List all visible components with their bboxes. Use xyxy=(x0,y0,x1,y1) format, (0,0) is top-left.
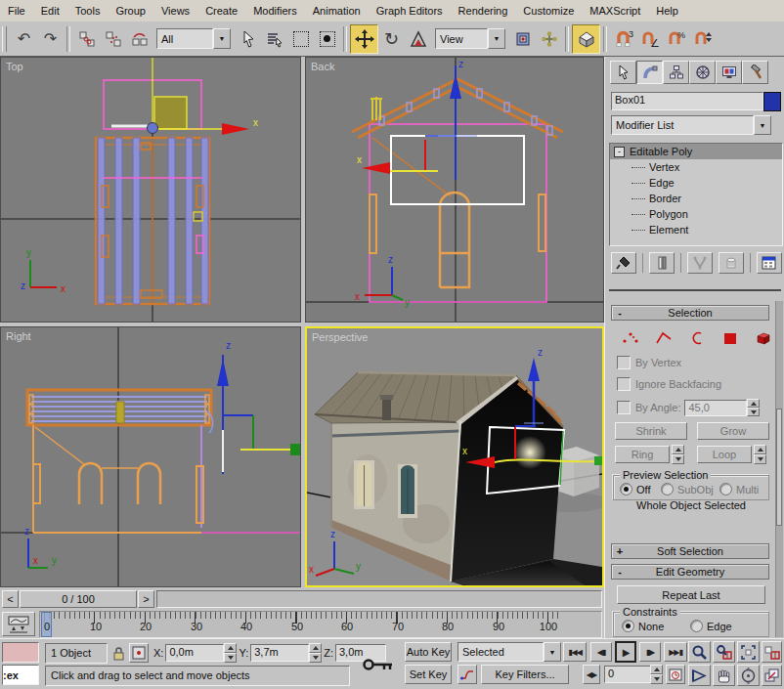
scrollbar-thumb[interactable] xyxy=(776,409,782,526)
stack-item-polygon[interactable]: Polygon xyxy=(610,206,782,222)
percent-snap-toggle[interactable]: % xyxy=(663,25,689,53)
menu-graph-editors[interactable]: Graph Editors xyxy=(369,1,451,22)
viewport-back[interactable]: Back xyxy=(305,57,604,323)
toolbar-grip[interactable] xyxy=(2,26,7,52)
zoom-extents-button[interactable] xyxy=(737,641,760,663)
menu-file[interactable]: File xyxy=(0,1,33,22)
zoom-button[interactable] xyxy=(688,641,711,663)
preview-multi-radio-row[interactable]: Multi xyxy=(719,483,759,495)
go-to-start-button[interactable]: ▮◀◀ xyxy=(563,642,587,662)
select-and-rotate-button[interactable]: ↻ xyxy=(378,25,405,53)
bind-to-space-warp-button[interactable] xyxy=(126,25,152,53)
constraint-none-radio-row[interactable]: None xyxy=(622,620,664,632)
house-side-wireframe[interactable] xyxy=(27,390,300,533)
key-filters-button[interactable]: Key Filters... xyxy=(481,665,569,684)
ignore-backfacing-checkbox[interactable] xyxy=(617,377,631,391)
timeline-ruler[interactable]: 0 10 20 30 40 50 60 70 80 90 100 xyxy=(39,611,602,638)
chevron-down-icon[interactable]: ▼ xyxy=(544,642,561,662)
pin-stack-button[interactable] xyxy=(611,252,636,274)
viewport-perspective-label[interactable]: Perspective xyxy=(312,331,368,343)
mini-curve-editor-button[interactable] xyxy=(2,612,35,636)
transform-gizmo[interactable]: z xyxy=(208,340,300,474)
object-color-swatch[interactable] xyxy=(763,92,781,111)
next-frame-button[interactable]: ▮▶ xyxy=(639,642,661,662)
preview-subobj-radio-row[interactable]: SubObj xyxy=(661,483,714,495)
maxscript-listener-macro-line[interactable] xyxy=(2,642,39,663)
chevron-down-icon[interactable]: ▼ xyxy=(754,115,771,135)
polygon-mode-button[interactable] xyxy=(719,328,742,348)
preview-off-radio-row[interactable]: Off xyxy=(620,483,650,495)
menu-edit[interactable]: Edit xyxy=(33,1,67,22)
tab-motion[interactable] xyxy=(689,61,716,84)
set-keys-button[interactable] xyxy=(356,644,401,685)
modifier-list-dropdown[interactable]: Modifier List ▼ xyxy=(611,115,771,135)
menu-modifiers[interactable]: Modifiers xyxy=(245,1,305,22)
current-frame-field[interactable]: 0 xyxy=(604,666,653,683)
menu-rendering[interactable]: Rendering xyxy=(451,1,516,22)
zoom-all-button[interactable] xyxy=(713,641,735,663)
pan-button[interactable] xyxy=(713,665,735,686)
preview-subobj-radio[interactable] xyxy=(661,483,674,495)
show-end-result-button[interactable] xyxy=(649,252,675,274)
time-slider-track[interactable] xyxy=(156,590,602,608)
tab-hierarchy[interactable] xyxy=(663,61,689,84)
y-coord-field[interactable]: 3,7m xyxy=(250,644,309,662)
maxscript-listener-input[interactable]: :ex xyxy=(2,665,39,685)
field-of-view-button[interactable] xyxy=(688,665,711,686)
chevron-down-icon[interactable]: ▼ xyxy=(488,28,505,49)
edge-mode-button[interactable] xyxy=(652,328,675,348)
previous-frame-button[interactable]: ◀▮ xyxy=(590,642,612,662)
select-and-move-button[interactable] xyxy=(350,24,378,54)
loop-spinner[interactable] xyxy=(754,445,766,464)
absolute-offset-toggle[interactable] xyxy=(129,643,149,663)
object-name-field[interactable]: Box01 xyxy=(611,92,763,110)
gizmo-center[interactable] xyxy=(148,123,158,134)
menu-customize[interactable]: Customize xyxy=(515,1,582,22)
y-coord-spinner[interactable] xyxy=(309,643,322,663)
stack-item-element[interactable]: Element xyxy=(610,222,782,237)
viewport-right-label[interactable]: Right xyxy=(6,330,31,342)
stack-item-edge[interactable]: Edge xyxy=(610,175,782,191)
default-in-out-tangents-button[interactable] xyxy=(457,665,477,684)
viewport-splitter-horizontal[interactable] xyxy=(0,323,604,326)
element-mode-button[interactable] xyxy=(752,328,775,348)
ring-spinner[interactable] xyxy=(672,445,684,464)
snaps-toggle-button[interactable]: 3 xyxy=(610,25,636,53)
time-slider-right-button[interactable]: > xyxy=(138,590,154,608)
stack-item-editable-poly[interactable]: - Editable Poly xyxy=(610,144,782,159)
ignore-backfacing-checkbox-row[interactable]: Ignore Backfacing xyxy=(617,377,721,391)
gizmo-x-arrow[interactable] xyxy=(222,123,249,135)
menu-group[interactable]: Group xyxy=(108,1,153,22)
collapse-icon[interactable]: - xyxy=(614,147,625,157)
viewport-top-label[interactable]: Top xyxy=(6,61,23,72)
go-to-end-button[interactable]: ▶▶▮ xyxy=(664,642,687,662)
shrink-button[interactable]: Shrink xyxy=(615,422,687,440)
edit-geometry-rollout-header[interactable]: - Edit Geometry xyxy=(611,564,769,580)
border-mode-button[interactable] xyxy=(685,328,709,348)
soft-selection-rollout-header[interactable]: + Soft Selection xyxy=(611,543,769,559)
tab-modify[interactable] xyxy=(636,61,663,84)
stack-item-vertex[interactable]: Vertex xyxy=(610,159,782,175)
configure-modifier-sets-button[interactable] xyxy=(757,252,782,274)
min-max-toggle-button[interactable] xyxy=(762,665,782,686)
viewport-back-label[interactable]: Back xyxy=(311,61,334,72)
frame-spinner[interactable] xyxy=(650,665,663,684)
viewport-right[interactable]: Right xyxy=(0,326,301,587)
keyboard-override-toggle[interactable] xyxy=(572,24,600,54)
menu-maxscript[interactable]: MAXScript xyxy=(582,1,648,22)
selection-set-dropdown[interactable]: Selected ▼ xyxy=(457,642,561,662)
time-slider-handle[interactable]: 0 / 100 xyxy=(20,590,137,608)
zoom-extents-all-button[interactable] xyxy=(762,641,782,663)
stack-item-border[interactable]: Border xyxy=(610,191,782,206)
angle-snap-toggle[interactable]: ∠ xyxy=(636,25,663,53)
select-by-name-button[interactable] xyxy=(261,25,287,53)
unlink-selection-button[interactable] xyxy=(100,25,126,53)
tab-utilities[interactable] xyxy=(742,61,768,84)
x-coord-spinner[interactable] xyxy=(224,643,237,663)
constraint-edge-radio[interactable] xyxy=(690,620,703,632)
house-wireframe[interactable] xyxy=(352,79,563,302)
redo-button[interactable]: ↷ xyxy=(37,25,64,53)
selection-rollout-header[interactable]: - Selection xyxy=(611,305,769,321)
by-angle-spinner[interactable] xyxy=(747,399,760,416)
menu-help[interactable]: Help xyxy=(648,1,686,22)
